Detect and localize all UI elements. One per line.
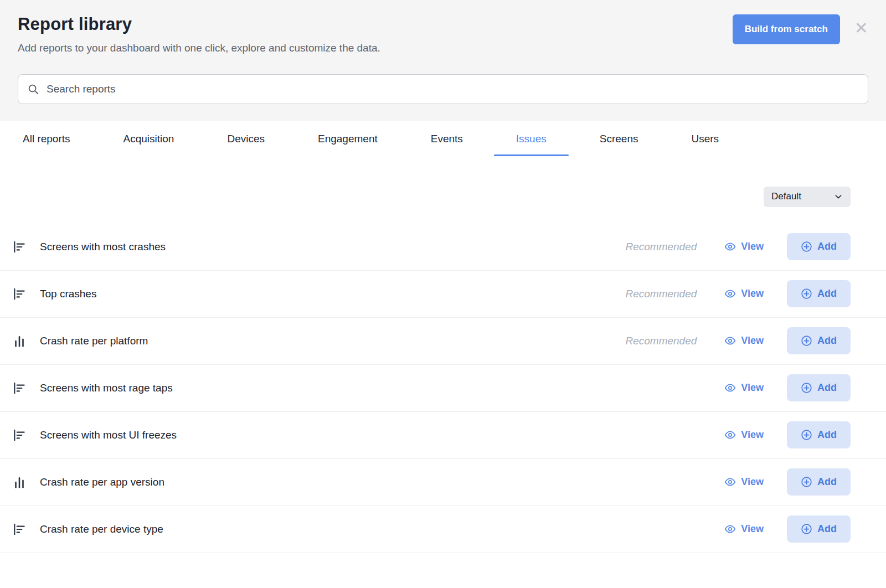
vertical-bar-chart-icon xyxy=(12,475,27,489)
tab-issues[interactable]: Issues xyxy=(516,133,547,156)
eye-icon xyxy=(724,241,736,252)
report-title: Screens with most UI freezes xyxy=(40,429,724,441)
add-button[interactable]: Add xyxy=(787,468,851,496)
plus-circle-icon xyxy=(801,241,812,252)
horizontal-bar-chart-icon xyxy=(12,522,27,537)
add-button[interactable]: Add xyxy=(787,280,851,307)
toolbar: Default xyxy=(0,156,886,224)
view-label: View xyxy=(741,335,764,347)
add-button[interactable]: Add xyxy=(787,515,851,543)
horizontal-bar-chart-icon xyxy=(12,428,27,442)
plus-circle-icon xyxy=(801,523,812,535)
view-label: View xyxy=(741,382,764,394)
view-label: View xyxy=(741,523,764,535)
vertical-bar-chart-icon xyxy=(12,334,27,348)
view-button[interactable]: View xyxy=(724,476,764,488)
view-label: View xyxy=(741,476,764,488)
add-button[interactable]: Add xyxy=(787,233,851,260)
recommended-label: Recommended xyxy=(625,241,697,253)
tab-devices[interactable]: Devices xyxy=(227,133,265,156)
tab-engagement[interactable]: Engagement xyxy=(318,133,378,156)
add-button[interactable]: Add xyxy=(787,374,851,401)
add-label: Add xyxy=(817,288,837,300)
report-row: Top crashes Recommended View Add xyxy=(0,271,886,318)
recommended-label: Recommended xyxy=(625,288,697,300)
view-button[interactable]: View xyxy=(724,288,764,300)
add-button[interactable]: Add xyxy=(787,327,851,354)
add-label: Add xyxy=(817,335,837,347)
view-button[interactable]: View xyxy=(724,241,764,252)
eye-icon xyxy=(724,476,736,488)
plus-circle-icon xyxy=(801,476,812,488)
report-row: Crash rate per device type View Add xyxy=(0,506,886,553)
search-input[interactable] xyxy=(47,83,859,95)
plus-circle-icon xyxy=(801,335,812,347)
report-row: Screens with most UI freezes View Add xyxy=(0,412,886,459)
horizontal-bar-chart-icon xyxy=(12,381,27,395)
tab-screens[interactable]: Screens xyxy=(600,133,638,156)
report-title: Crash rate per platform xyxy=(40,335,625,347)
view-label: View xyxy=(741,288,764,300)
tab-all-reports[interactable]: All reports xyxy=(23,133,70,156)
eye-icon xyxy=(724,288,736,300)
close-icon[interactable]: ✕ xyxy=(854,14,868,37)
header: Report library Add reports to your dashb… xyxy=(0,0,886,121)
report-title: Screens with most rage taps xyxy=(40,382,724,394)
sort-dropdown-value: Default xyxy=(771,191,801,202)
add-label: Add xyxy=(817,523,837,535)
report-row: Crash rate per platform Recommended View… xyxy=(0,318,886,365)
tab-events[interactable]: Events xyxy=(431,133,463,156)
add-label: Add xyxy=(817,429,837,441)
add-button[interactable]: Add xyxy=(787,421,851,448)
eye-icon xyxy=(724,335,736,347)
recommended-label: Recommended xyxy=(625,335,697,347)
build-from-scratch-button[interactable]: Build from scratch xyxy=(733,14,840,44)
eye-icon xyxy=(724,523,736,535)
page-title: Report library xyxy=(18,14,380,34)
page-subtitle: Add reports to your dashboard with one c… xyxy=(18,41,380,55)
horizontal-bar-chart-icon xyxy=(12,287,27,301)
view-button[interactable]: View xyxy=(724,523,764,535)
plus-circle-icon xyxy=(801,288,812,300)
tab-acquisition[interactable]: Acquisition xyxy=(123,133,174,156)
report-row: Screens with most crashes Recommended Vi… xyxy=(0,224,886,271)
add-label: Add xyxy=(817,382,837,394)
search-icon xyxy=(27,83,39,95)
view-button[interactable]: View xyxy=(724,429,764,441)
eye-icon xyxy=(724,429,736,441)
add-label: Add xyxy=(817,476,837,488)
tabs: All reportsAcquisitionDevicesEngagementE… xyxy=(0,121,886,156)
view-label: View xyxy=(741,429,764,441)
eye-icon xyxy=(724,382,736,394)
report-title: Top crashes xyxy=(40,288,625,300)
search-bar[interactable] xyxy=(18,74,868,104)
view-button[interactable]: View xyxy=(724,335,764,347)
header-text: Report library Add reports to your dashb… xyxy=(18,14,380,55)
add-label: Add xyxy=(817,241,837,252)
report-title: Screens with most crashes xyxy=(40,241,625,253)
plus-circle-icon xyxy=(801,382,812,394)
report-list: Screens with most crashes Recommended Vi… xyxy=(0,224,886,553)
report-title: Crash rate per app version xyxy=(40,476,724,488)
view-label: View xyxy=(741,241,764,252)
tab-users[interactable]: Users xyxy=(691,133,719,156)
sort-dropdown[interactable]: Default xyxy=(764,187,851,207)
view-button[interactable]: View xyxy=(724,382,764,394)
report-row: Screens with most rage taps View Add xyxy=(0,365,886,412)
report-row: Crash rate per app version View Add xyxy=(0,459,886,506)
report-title: Crash rate per device type xyxy=(40,523,724,535)
horizontal-bar-chart-icon xyxy=(12,240,27,254)
plus-circle-icon xyxy=(801,429,812,441)
chevron-down-icon xyxy=(834,192,843,201)
